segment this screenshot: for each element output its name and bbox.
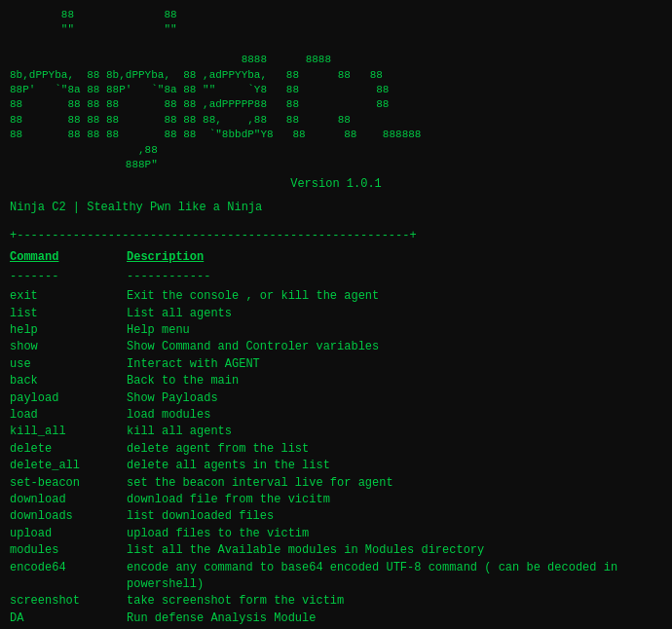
description-header: Description: [127, 248, 662, 267]
table-row: payloadShow Payloads: [10, 390, 662, 407]
description-cell: Interact with AGENT: [127, 356, 260, 373]
separator-cmd: -------: [10, 268, 127, 286]
description-cell: set the beacon interval live for agent: [127, 475, 393, 492]
description-cell: list downloaded files: [127, 508, 274, 525]
command-cell: back: [10, 373, 127, 389]
command-cell: set-beacon: [10, 475, 127, 492]
command-cell: use: [10, 356, 127, 373]
description-cell: Exit the console , or kill the agent: [127, 288, 379, 305]
command-cell: show: [10, 339, 127, 355]
table-separator-row: ------- ------------: [10, 268, 662, 286]
command-cell: downloads: [10, 508, 127, 525]
table-row: backBack to the main: [10, 373, 662, 389]
version-text: Version 1.0.1: [10, 176, 662, 193]
table-header-row: Command Description: [10, 248, 662, 267]
table-row: downloadslist downloaded files: [10, 508, 662, 525]
table-row: showShow Command and Controler variables: [10, 339, 662, 355]
description-cell: encode any command to base64 encoded UTF…: [127, 560, 662, 594]
ascii-art-block: 88 88 "" "" 8888 8888 8b,dPPYba, 88 8b,d…: [10, 8, 662, 172]
table-row: uploadupload files to the victim: [10, 526, 662, 542]
table-row: listList all agents: [10, 306, 662, 322]
table-row: set-beaconset the beacon interval live f…: [10, 475, 662, 492]
command-header: Command: [10, 248, 127, 267]
command-cell: help: [10, 322, 127, 339]
description-cell: download file from the vicitm: [127, 492, 330, 508]
command-cell: delete: [10, 441, 127, 458]
table-row: deletedelete agent from the list: [10, 441, 662, 458]
command-cell: exit: [10, 288, 127, 305]
command-cell: modules: [10, 542, 127, 559]
table-row: helpHelp menu: [10, 322, 662, 339]
table-row: moduleslist all the Available modules in…: [10, 542, 662, 559]
description-cell: list all the Available modules in Module…: [127, 542, 484, 559]
command-cell: delete_all: [10, 458, 127, 474]
description-cell: upload files to the victim: [127, 526, 309, 542]
command-cell: payload: [10, 390, 127, 407]
top-divider: +---------------------------------------…: [10, 228, 662, 244]
command-cell: screenshot: [10, 593, 127, 610]
separator-desc: ------------: [127, 268, 662, 286]
command-cell: list: [10, 306, 127, 322]
table-row: DARun defense Analysis Module: [10, 610, 662, 627]
description-cell: delete agent from the list: [127, 441, 309, 458]
table-row: screenshottake screenshot form the victi…: [10, 593, 662, 610]
table-row: useInteract with AGENT: [10, 356, 662, 373]
description-cell: Back to the main: [127, 373, 239, 389]
table-row: downloaddownload file from the vicitm: [10, 492, 662, 508]
command-cell: DA: [10, 610, 127, 627]
table-row: delete_alldelete all agents in the list: [10, 458, 662, 474]
description-cell: Show Payloads: [127, 390, 218, 407]
command-rows: exitExit the console , or kill the agent…: [10, 288, 662, 629]
command-cell: load: [10, 407, 127, 424]
table-row: exitExit the console , or kill the agent: [10, 288, 662, 305]
description-cell: kill all agents: [127, 424, 232, 440]
description-cell: Show Command and Controler variables: [127, 339, 379, 355]
table-row: loadload modules: [10, 407, 662, 424]
tagline-text: Ninja C2 | Stealthy Pwn like a Ninja: [10, 200, 662, 216]
description-cell: load modules: [127, 407, 210, 424]
command-cell: encode64: [10, 560, 127, 594]
help-table: Command Description ------- ------------: [10, 248, 662, 286]
table-row: kill_allkill all agents: [10, 424, 662, 440]
terminal-window: 88 88 "" "" 8888 8888 8b,dPPYba, 88 8b,d…: [0, 0, 672, 629]
description-cell: take screenshot form the victim: [127, 593, 344, 610]
command-cell: upload: [10, 526, 127, 542]
description-cell: Run defense Analysis Module: [127, 610, 316, 627]
table-row: encode64encode any command to base64 enc…: [10, 560, 662, 594]
description-cell: List all agents: [127, 306, 232, 322]
description-cell: delete all agents in the list: [127, 458, 330, 474]
description-cell: Help menu: [127, 322, 190, 339]
command-cell: download: [10, 492, 127, 508]
command-cell: kill_all: [10, 424, 127, 440]
